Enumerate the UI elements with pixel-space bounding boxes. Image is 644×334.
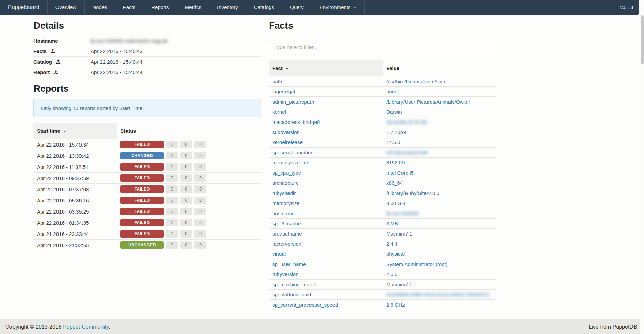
fact-value[interactable]: Macmini7,1	[386, 282, 412, 287]
fact-name-cell: memorysize_mb	[269, 158, 383, 168]
nav-item-environments[interactable]: Environments	[312, 0, 365, 15]
fact-name-link[interactable]: productname	[272, 231, 302, 237]
fact-value[interactable]: 8192.00	[386, 160, 405, 165]
fact-value[interactable]: physical	[386, 251, 405, 257]
report-row[interactable]: Apr 22 2016 - 01:34:35FAILED000	[33, 217, 261, 228]
facts-column-fact[interactable]: Fact	[269, 60, 383, 76]
metric-count-badge: 0	[194, 230, 206, 238]
fact-value[interactable]: 2.6 GHz	[386, 302, 405, 308]
reports-column-status[interactable]: Status	[117, 123, 261, 139]
status-badge-failed: FAILED	[120, 197, 164, 204]
fact-value-cell: x86_64	[383, 178, 496, 188]
fact-name-link[interactable]: rubysitedir	[272, 190, 296, 196]
navbar-brand[interactable]: Puppetboard	[0, 0, 48, 15]
scrollbar[interactable]	[640, 0, 644, 334]
metric-count-badge: 0	[180, 141, 192, 148]
nav-item-metrics[interactable]: Metrics	[177, 0, 209, 15]
fact-value[interactable]: undef	[386, 89, 399, 94]
report-row[interactable]: Apr 22 2016 - 05:36:16FAILED000	[33, 195, 261, 206]
fact-value[interactable]: 2.4.4	[386, 241, 397, 247]
fact-name-cell: productname	[269, 229, 383, 239]
fact-name-link[interactable]: macaddress_bridge0	[272, 119, 320, 125]
puppet-community-link[interactable]: Puppet Community	[63, 324, 109, 330]
report-row[interactable]: Apr 22 2016 - 09:37:59FAILED000	[33, 173, 261, 184]
status-badge-failed: FAILED	[120, 185, 164, 193]
metric-count-badge: 0	[166, 174, 178, 182]
reports-column-start-time[interactable]: Start time	[33, 123, 117, 139]
fact-name-link[interactable]: architecture	[272, 180, 299, 186]
scrollbar-thumb[interactable]	[641, 15, 644, 64]
fact-value-cell: C07QN1A6G1HW	[383, 148, 496, 158]
fact-value[interactable]: /Library/Ruby/Site/2.0.0	[386, 190, 439, 196]
fact-name-link[interactable]: sudoversion	[272, 129, 300, 135]
nav-item-catalogs[interactable]: Catalogs	[246, 0, 282, 15]
report-status-cell: UNCHANGED000	[117, 240, 261, 251]
fact-name-link[interactable]: lagerregal	[272, 89, 295, 94]
fact-value[interactable]: 2.0.0	[386, 271, 397, 277]
detail-label-text: Report	[33, 69, 50, 75]
nav-item-inventory[interactable]: Inventory	[209, 0, 246, 15]
nav-item-facts[interactable]: Facts	[115, 0, 144, 15]
fact-name-link[interactable]: sp_current_processor_speed	[272, 302, 338, 308]
sort-caret-icon	[286, 68, 289, 70]
fact-value[interactable]: /Library/User Pictures/Animals/Owl.tif	[386, 99, 470, 105]
fact-name-link[interactable]: sp_platform_uuid	[272, 292, 311, 297]
facts-column-value[interactable]: Value	[383, 60, 496, 76]
fact-name-link[interactable]: sp_serial_number	[272, 150, 313, 155]
nav-item-query[interactable]: Query	[282, 0, 312, 15]
report-row[interactable]: Apr 21 2016 - 21:32:55UNCHANGED000	[33, 240, 261, 251]
nav-item-overview[interactable]: Overview	[48, 0, 85, 15]
report-row[interactable]: Apr 22 2016 - 15:40:34FAILED000	[33, 139, 261, 150]
fact-name-link[interactable]: sp_cpu_type	[272, 170, 301, 176]
fact-value[interactable]: 3 MB	[386, 221, 398, 226]
fact-name-link[interactable]: hostname	[272, 210, 295, 216]
facts-filter-input[interactable]	[269, 40, 496, 54]
upload-icon	[56, 59, 61, 64]
fact-name-link[interactable]: facterversion	[272, 241, 301, 247]
fact-value[interactable]: fp-osx-003056	[386, 210, 419, 216]
report-row[interactable]: Apr 22 2016 - 03:35:25FAILED000	[33, 206, 261, 217]
fact-name-link[interactable]: rubyversion	[272, 271, 299, 277]
fact-value[interactable]: Darwin	[386, 109, 402, 115]
fact-value[interactable]: Intel Core i5	[386, 170, 414, 176]
report-row[interactable]: Apr 21 2016 - 23:33:44FAILED000	[33, 228, 261, 240]
nav-item-nodes[interactable]: Nodes	[85, 0, 115, 15]
fact-value[interactable]: 3a:c9:86:22:01:00	[386, 119, 427, 125]
fact-value[interactable]: 41A00640-60B4-5310-8114-0A65173E9CE72	[386, 292, 489, 297]
fact-name-link[interactable]: sp_user_name	[272, 261, 306, 267]
report-start-time: Apr 22 2016 - 01:34:35	[33, 217, 117, 228]
fact-value[interactable]: /usr/bin:/bin:/usr/sbin:/sbin	[386, 79, 445, 84]
fact-value-cell: undef	[383, 87, 496, 97]
report-row[interactable]: Apr 22 2016 - 13:39:42CHANGED000	[33, 150, 261, 161]
report-status-cell: FAILED000	[117, 173, 261, 184]
fact-name-link[interactable]: memorysize	[272, 200, 300, 206]
fact-name-link[interactable]: sp_machine_model	[272, 282, 316, 287]
report-row[interactable]: Apr 22 2016 - 11:38:51FAILED000	[33, 161, 261, 173]
fact-name-link[interactable]: virtual	[272, 251, 286, 257]
fact-name-link[interactable]: kernel	[272, 109, 286, 115]
fact-name-cell: sudoversion	[269, 127, 383, 137]
fact-value[interactable]: Macmini7,1	[386, 231, 412, 237]
fact-row: memorysize8.00 GB	[269, 198, 496, 208]
fact-name-cell: virtual	[269, 249, 383, 259]
fact-value-cell: 8192.00	[383, 158, 496, 168]
report-status: FAILED000	[120, 141, 258, 148]
fact-value[interactable]: 14.5.0	[386, 139, 400, 145]
fact-name-link[interactable]: memorysize_mb	[272, 160, 309, 165]
fact-value[interactable]: 8.00 GB	[386, 200, 405, 206]
metric-count-badge: 0	[194, 208, 206, 215]
nav-item-reports[interactable]: Reports	[143, 0, 177, 15]
fact-value[interactable]: 1.7.10p9	[386, 129, 406, 135]
fact-value[interactable]: System Administrator (root)	[386, 261, 448, 267]
fact-name-link[interactable]: admin_picturepath	[272, 99, 314, 105]
fact-value[interactable]: x86_64	[386, 180, 403, 186]
fact-row: path/usr/bin:/bin:/usr/sbin:/sbin	[269, 76, 496, 87]
report-status-cell: FAILED000	[117, 161, 261, 173]
fact-name-link[interactable]: kernelrelease	[272, 139, 303, 145]
fact-name-link[interactable]: sp_l3_cache	[272, 221, 301, 226]
status-badge-failed: FAILED	[120, 219, 164, 226]
fact-name-link[interactable]: path	[272, 79, 282, 84]
fact-value[interactable]: C07QN1A6G1HW	[386, 150, 428, 155]
fact-row: kernelDarwin	[269, 107, 496, 117]
report-row[interactable]: Apr 22 2016 - 07:37:08FAILED000	[33, 184, 261, 195]
